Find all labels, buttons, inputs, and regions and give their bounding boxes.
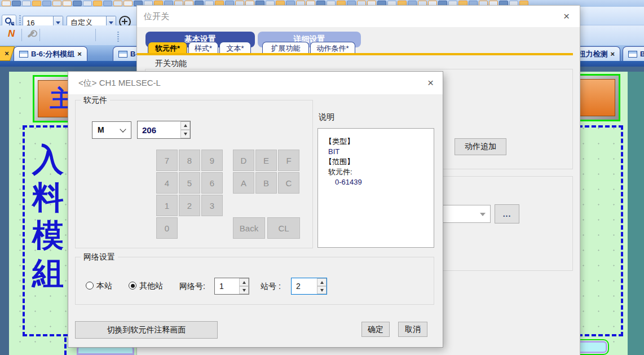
toolbar-icon[interactable] [83, 1, 92, 6]
canvas-vertical-text[interactable]: 入 料 模 組 [29, 141, 67, 292]
radio-local-station[interactable] [86, 282, 94, 290]
spin-up-button[interactable] [180, 121, 190, 130]
browse-label: ... [503, 209, 511, 218]
dialog-titlebar[interactable]: 位开关 × [137, 6, 580, 27]
tab-label: 软元件* [155, 43, 180, 54]
tab-b6[interactable]: B-6:分料模组 × [14, 46, 87, 61]
toolbar-icon[interactable] [113, 1, 122, 6]
toolbar-separator [39, 29, 40, 41]
toolbar-icon[interactable] [32, 1, 41, 6]
vertical-char: 模 [29, 217, 67, 255]
device-number-value: 206 [142, 125, 156, 135]
key-F[interactable]: F [278, 150, 299, 171]
key-0[interactable]: 0 [156, 217, 178, 239]
tab-close-icon[interactable]: × [77, 50, 82, 58]
tab-close-icon[interactable]: × [610, 50, 615, 58]
spin-down-button[interactable] [317, 286, 327, 294]
toolbar-separator [21, 29, 22, 41]
close-icon[interactable]: × [427, 77, 434, 89]
key-7[interactable]: 7 [156, 150, 178, 171]
switch-to-comment-button[interactable]: 切换到软元件注释画面 [75, 321, 218, 339]
key-6[interactable]: 6 [201, 172, 223, 194]
device-number-spinner[interactable]: 206 [137, 121, 191, 139]
dialog-titlebar[interactable]: <位> CH1 MELSEC-L × [68, 72, 443, 94]
desc-line: 【类型】 [325, 137, 434, 147]
screen-icon [19, 51, 28, 58]
browse-button[interactable]: ... [495, 204, 519, 223]
screen-icon [118, 51, 127, 58]
tab-label: 动作条件* [316, 43, 349, 54]
station-no-label: 站号 : [261, 282, 281, 292]
key-back[interactable]: Back [233, 217, 265, 239]
toolbar-grip [117, 32, 119, 42]
key-C[interactable]: C [278, 172, 299, 194]
action-add-label: 动作追加 [465, 142, 496, 152]
key-4[interactable]: 4 [156, 172, 178, 194]
key-E[interactable]: E [255, 150, 277, 171]
device-dialog: <位> CH1 MELSEC-L × 软元件 M 206 7 8 9 4 5 6… [68, 72, 443, 347]
cyan-object-face [576, 341, 607, 353]
device-type-combobox[interactable]: M [92, 121, 131, 139]
close-icon[interactable]: × [563, 10, 570, 23]
toolbar-icon[interactable] [73, 1, 82, 6]
spin-up-button[interactable] [317, 278, 327, 286]
chevron-down-icon [120, 126, 126, 132]
key-1[interactable]: 1 [156, 195, 178, 216]
screen-icon [628, 51, 637, 58]
spin-down-button[interactable] [239, 286, 249, 294]
description-label: 说明 [319, 112, 334, 122]
radio-local-label[interactable]: 本站 [96, 281, 112, 291]
key-A[interactable]: A [233, 172, 254, 194]
key-5[interactable]: 5 [179, 172, 200, 194]
vertical-char: 入 [29, 141, 67, 179]
cancel-label: 取消 [405, 325, 421, 335]
station-no-spinner[interactable]: 2 [291, 278, 327, 295]
toolbar-grip [19, 15, 21, 25]
key-B[interactable]: B [255, 172, 277, 194]
desc-line: 0-61439 [325, 177, 434, 187]
key-D[interactable]: D [233, 150, 254, 171]
network-no-spinner[interactable]: 1 [214, 278, 249, 295]
polyline-tool-icon[interactable]: N [8, 28, 15, 40]
toolbar-icon[interactable] [103, 1, 112, 6]
key-2[interactable]: 2 [179, 195, 200, 216]
tab-label: B [640, 50, 644, 58]
radio-other-label[interactable]: 其他站 [139, 281, 163, 291]
selection-dashed-line [64, 338, 67, 355]
cancel-button[interactable]: 取消 [398, 322, 427, 337]
station-no-value: 2 [296, 282, 301, 291]
switch-function-label: 开关功能 [152, 59, 189, 69]
action-add-button[interactable]: 动作追加 [455, 138, 506, 155]
description-box: 【类型】 BIT 【范围】 软元件: 0-61439 [317, 128, 434, 248]
toolbar-icon[interactable] [2, 1, 11, 6]
key-cl[interactable]: CL [267, 217, 300, 239]
device-type-value: M [98, 125, 104, 134]
toolbar-icon[interactable] [123, 1, 133, 6]
ok-button[interactable]: 确定 [361, 322, 390, 337]
toolbar-icon[interactable] [12, 1, 21, 6]
keypad-hex: D E F A B C [233, 150, 299, 194]
vertical-char: 料 [29, 179, 67, 217]
desc-line: BIT [325, 147, 434, 157]
network-no-label: 网络号: [179, 282, 205, 292]
desc-line: 软元件: [325, 167, 434, 177]
switch-to-comment-label: 切换到软元件注释画面 [107, 325, 186, 335]
screen: 16 自定义 N ↗ [0, 0, 644, 355]
dialog-title: <位> CH1 MELSEC-L [78, 78, 161, 89]
toolbar-icon[interactable] [22, 1, 31, 6]
spin-down-button[interactable] [180, 130, 190, 138]
tab-close-icon[interactable]: × [0, 47, 12, 58]
wrench-icon[interactable] [27, 31, 34, 38]
tab-fragment[interactable]: × [0, 46, 15, 61]
toolbar-icon[interactable] [63, 1, 72, 6]
key-8[interactable]: 8 [179, 150, 200, 171]
toolbar-icon[interactable] [93, 1, 102, 6]
tab-right-partial[interactable]: B [623, 46, 644, 61]
active-tab-underline [137, 53, 573, 55]
key-3[interactable]: 3 [201, 195, 223, 216]
key-9[interactable]: 9 [201, 150, 223, 171]
spin-up-button[interactable] [239, 278, 249, 286]
toolbar-icon[interactable] [42, 1, 51, 6]
toolbar-icon[interactable] [52, 1, 61, 6]
radio-other-station[interactable] [129, 282, 136, 290]
